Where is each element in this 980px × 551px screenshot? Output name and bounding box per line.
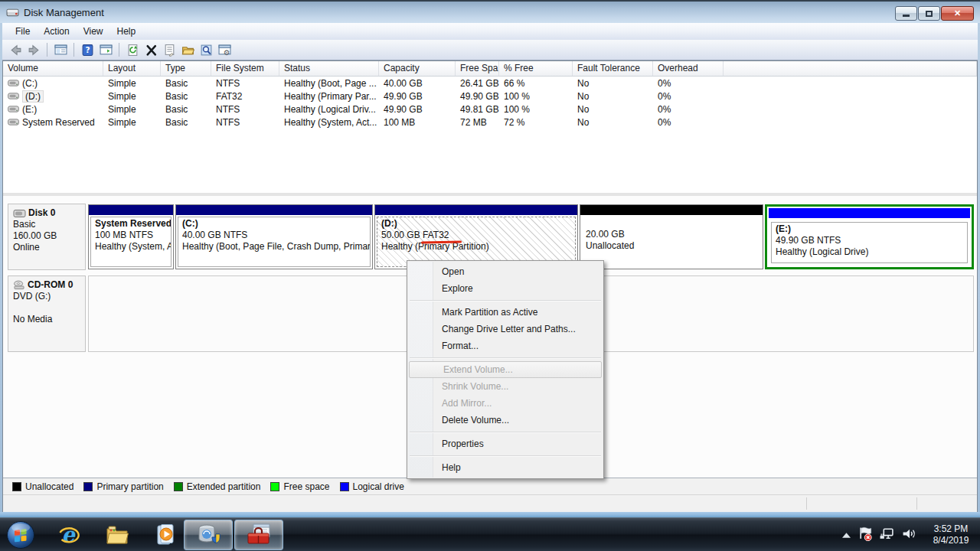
properties-button[interactable] xyxy=(161,41,178,58)
partition-name: (C:) xyxy=(182,218,366,230)
open-button[interactable] xyxy=(179,41,196,58)
partition-e-extended[interactable]: (E:) 49.90 GB NTFS Healthy (Logical Driv… xyxy=(765,204,974,269)
context-menu-item-delete-volume[interactable]: Delete Volume... xyxy=(408,412,603,429)
cdrom-icon xyxy=(13,280,25,290)
disk0-status: Online xyxy=(13,242,83,253)
primary-partition-swatch xyxy=(83,482,93,491)
disk0-header-panel[interactable]: Disk 0 Basic 160.00 GB Online xyxy=(8,204,86,270)
menu-file[interactable]: File xyxy=(8,24,37,38)
volume-name: System Reserved xyxy=(22,117,95,128)
context-menu: Open Explore Mark Partition as Active Ch… xyxy=(407,260,604,479)
legend-item: Primary partition xyxy=(83,481,163,492)
title-bar[interactable]: Disk Management ✕ xyxy=(0,0,980,23)
close-button[interactable]: ✕ xyxy=(941,6,974,21)
partition-system-reserved[interactable]: System Reserved 100 MB NTFS Healthy (Sys… xyxy=(88,204,174,269)
back-button[interactable] xyxy=(7,41,24,58)
column-header-overhead[interactable]: Overhead xyxy=(653,61,724,76)
action-center-icon[interactable] xyxy=(858,527,872,543)
internet-explorer-icon[interactable]: e xyxy=(57,523,81,547)
volume-icon[interactable] xyxy=(901,527,916,543)
column-header-pctfree[interactable]: % Free xyxy=(499,61,573,76)
context-menu-item-mark-partition-active[interactable]: Mark Partition as Active xyxy=(408,304,603,321)
cdrom-media-status: No Media xyxy=(13,314,83,325)
legend-item: Unallocated xyxy=(12,481,74,492)
column-header-volume[interactable]: Volume xyxy=(3,61,103,76)
refresh-button[interactable] xyxy=(124,41,141,58)
restore-icon xyxy=(926,11,933,17)
column-header-type[interactable]: Type xyxy=(161,61,211,76)
minimize-button[interactable] xyxy=(895,6,917,21)
console-tree-button[interactable] xyxy=(52,41,69,58)
help-button[interactable]: ? xyxy=(79,41,96,58)
extended-partition-swatch xyxy=(174,482,183,491)
column-header-filesystem[interactable]: File System xyxy=(211,61,279,76)
status-bar xyxy=(3,494,977,512)
find-button[interactable] xyxy=(198,41,214,58)
start-button[interactable] xyxy=(6,520,35,549)
media-player-icon[interactable] xyxy=(153,523,178,547)
partition-size: 100 MB NTFS xyxy=(95,230,167,241)
context-menu-item-help[interactable]: Help xyxy=(408,459,603,476)
logical-drive-swatch xyxy=(340,482,349,491)
delete-button[interactable] xyxy=(142,41,159,58)
refresh-icon xyxy=(126,44,139,57)
context-menu-item-add-mirror: Add Mirror... xyxy=(408,395,603,412)
table-row[interactable]: (E:) Simple Basic NTFS Healthy (Logical … xyxy=(3,103,977,116)
column-header-freespace[interactable]: Free Spa... xyxy=(456,61,499,76)
context-menu-item-format[interactable]: Format... xyxy=(408,337,603,354)
taskbar-button-admin-tools[interactable] xyxy=(234,520,283,550)
partition-name: (E:) xyxy=(776,223,963,235)
cell-layout: Simple xyxy=(103,104,161,115)
volume-name: (D:) xyxy=(22,90,44,103)
windows-start-orb-icon xyxy=(6,520,35,549)
context-menu-item-change-drive-letter[interactable]: Change Drive Letter and Paths... xyxy=(408,321,603,337)
menu-help[interactable]: Help xyxy=(110,24,143,38)
menu-view[interactable]: View xyxy=(77,24,110,38)
context-menu-item-properties[interactable]: Properties xyxy=(408,435,603,452)
column-header-layout[interactable]: Layout xyxy=(103,61,161,76)
disk-icon xyxy=(13,209,26,218)
partition-size: 50.00 GB xyxy=(381,230,420,240)
action-pane-button[interactable] xyxy=(97,41,114,58)
clock-date: 8/4/2019 xyxy=(926,535,975,546)
cell-capacity: 49.90 GB xyxy=(379,91,456,102)
context-menu-item-shrink-volume: Shrink Volume... xyxy=(408,378,603,395)
cell-layout: Simple xyxy=(103,78,161,89)
column-header-capacity[interactable]: Capacity xyxy=(379,61,456,76)
restore-button[interactable] xyxy=(918,6,940,21)
cell-pctfree: 100 % xyxy=(499,104,573,115)
svg-text:⚙: ⚙ xyxy=(223,48,230,57)
cell-type: Basic xyxy=(161,117,211,128)
column-header-faulttolerance[interactable]: Fault Tolerance xyxy=(573,61,653,76)
toolbar-separator xyxy=(47,43,47,57)
network-icon[interactable] xyxy=(879,527,894,543)
menu-action[interactable]: Action xyxy=(37,24,76,38)
table-row[interactable]: (C:) Simple Basic NTFS Healthy (Boot, Pa… xyxy=(3,77,977,90)
show-hidden-icons-button[interactable] xyxy=(842,530,851,540)
cell-capacity: 100 MB xyxy=(379,117,456,128)
settings-button[interactable]: ⚙ xyxy=(216,41,233,58)
context-menu-separator xyxy=(408,354,603,361)
taskbar-button-disk-management[interactable] xyxy=(184,520,233,550)
legend-label: Logical drive xyxy=(353,481,404,492)
context-menu-item-open[interactable]: Open xyxy=(408,263,603,280)
volume-name: (E:) xyxy=(22,104,37,115)
table-row[interactable]: System Reserved Simple Basic NTFS Health… xyxy=(3,116,977,129)
disk0-type: Basic xyxy=(13,219,83,230)
svg-text:?: ? xyxy=(85,45,90,55)
drive-icon xyxy=(8,92,19,100)
cdrom-header-panel[interactable]: CD-ROM 0 DVD (G:) No Media xyxy=(8,276,86,352)
unallocated-region[interactable]: 20.00 GB Unallocated xyxy=(580,204,763,269)
toolbar-separator xyxy=(74,43,74,57)
taskbar-clock[interactable]: 3:52 PM 8/4/2019 xyxy=(926,523,975,546)
context-menu-item-explore[interactable]: Explore xyxy=(408,280,603,297)
column-header-status[interactable]: Status xyxy=(279,61,379,76)
forward-button[interactable] xyxy=(25,41,42,58)
windows-explorer-icon[interactable] xyxy=(105,523,129,547)
primary-partition-bar xyxy=(375,205,577,215)
volume-list-header: Volume Layout Type File System Status Ca… xyxy=(3,61,977,77)
table-row[interactable]: (D:) Simple Basic FAT32 Healthy (Primary… xyxy=(3,90,977,103)
partition-c[interactable]: (C:) 40.00 GB NTFS Healthy (Boot, Page F… xyxy=(175,204,373,269)
cell-freespace: 49.81 GB xyxy=(456,104,499,115)
context-menu-item-extend-volume: Extend Volume... xyxy=(409,361,602,378)
